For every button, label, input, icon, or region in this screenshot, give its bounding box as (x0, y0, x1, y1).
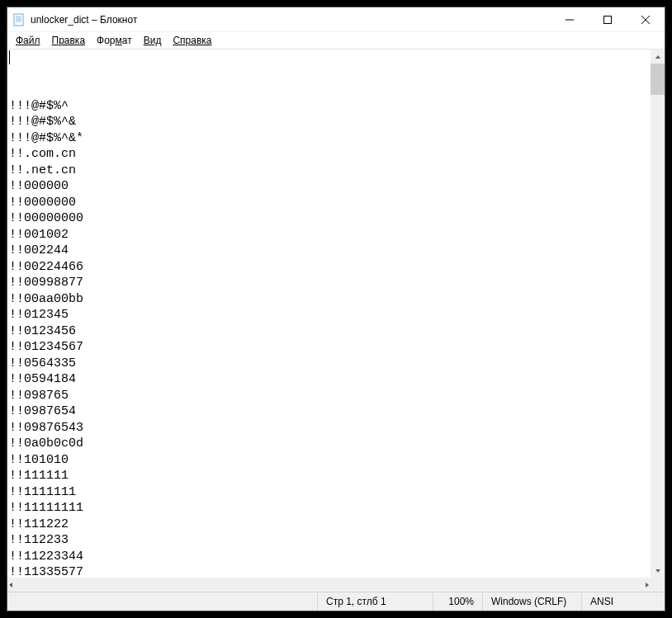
menu-help[interactable]: Справка (168, 34, 216, 47)
horizontal-scrollbar-row (7, 578, 665, 592)
text-line: !!0594184 (9, 371, 649, 388)
text-line: !!00224466 (9, 259, 649, 276)
statusbar: Стр 1, стлб 1 100% Windows (CRLF) ANSI (7, 592, 665, 611)
text-line: !!0000000 (9, 195, 649, 211)
text-line: !!002244 (9, 243, 649, 259)
scroll-thumb-vertical[interactable] (651, 64, 665, 95)
scroll-track-horizontal[interactable] (14, 578, 644, 592)
text-line: !!0a0b0c0d (9, 436, 649, 452)
titlebar: unlocker_dict – Блокнот (7, 7, 665, 32)
menu-edit[interactable]: Правка (47, 34, 91, 47)
text-line: !!.com.cn (9, 146, 649, 163)
text-line: !!11111111 (9, 500, 649, 517)
text-line: !!0987654 (9, 403, 649, 420)
text-line: !!11335577 (9, 564, 649, 578)
text-line: !!09876543 (9, 420, 649, 436)
menu-file[interactable]: Файл (11, 34, 45, 47)
text-line: !!0123456 (9, 323, 649, 340)
text-line: !!!@#$%^& (9, 114, 649, 130)
notepad-icon (12, 13, 26, 26)
text-line: !!!@#$%^ (9, 98, 649, 115)
maximize-button[interactable] (589, 7, 627, 31)
text-line: !!00aa00bb (9, 291, 649, 308)
scroll-up-button[interactable] (651, 50, 665, 64)
scroll-down-button[interactable] (651, 564, 665, 578)
text-line: !!098765 (9, 388, 649, 404)
minimize-button[interactable] (551, 7, 589, 31)
menubar: Файл Правка Формат Вид Справка (7, 32, 665, 49)
text-line: !!012345 (9, 307, 649, 323)
text-line: !!01234567 (9, 339, 649, 356)
text-line: !!111222 (9, 517, 649, 533)
menu-format[interactable]: Формат (92, 34, 137, 47)
status-eol: Windows (CRLF) (483, 592, 582, 611)
status-zoom: 100% (433, 592, 483, 611)
horizontal-scrollbar[interactable] (7, 578, 651, 592)
scroll-track-vertical[interactable] (651, 64, 665, 564)
text-line: !!.net.cn (9, 163, 649, 179)
text-line: !!00000000 (9, 210, 649, 227)
window-controls (551, 7, 665, 31)
scroll-right-button[interactable] (644, 578, 651, 592)
menu-view[interactable]: Вид (139, 34, 167, 47)
content-area: !!!@#$%^!!!@#$%^&!!!@#$%^&*!!.com.cn!!.n… (7, 49, 665, 578)
vertical-scrollbar[interactable] (651, 50, 665, 578)
status-position: Стр 1, стлб 1 (318, 592, 433, 611)
scroll-left-button[interactable] (7, 578, 14, 592)
notepad-window: unlocker_dict – Блокнот Файл Правка Форм… (7, 7, 665, 611)
status-encoding: ANSI (582, 592, 665, 611)
text-line: !!000000 (9, 178, 649, 195)
text-line: !!1111111 (9, 484, 649, 501)
text-caret (9, 50, 10, 64)
text-line: !!00998877 (9, 275, 649, 291)
window-title: unlocker_dict – Блокнот (31, 14, 551, 26)
svg-rect-6 (604, 16, 612, 23)
text-line: !!0564335 (9, 356, 649, 372)
text-editor[interactable]: !!!@#$%^!!!@#$%^&!!!@#$%^&*!!.com.cn!!.n… (7, 50, 651, 578)
text-line: !!001002 (9, 227, 649, 243)
close-button[interactable] (627, 7, 665, 31)
text-line: !!101010 (9, 452, 649, 469)
text-line: !!!@#$%^&* (9, 130, 649, 147)
text-line: !!111111 (9, 468, 649, 484)
text-line: !!11223344 (9, 549, 649, 565)
text-line: !!112233 (9, 532, 649, 549)
scroll-thumb-horizontal[interactable] (14, 578, 644, 592)
scroll-corner (651, 578, 665, 592)
